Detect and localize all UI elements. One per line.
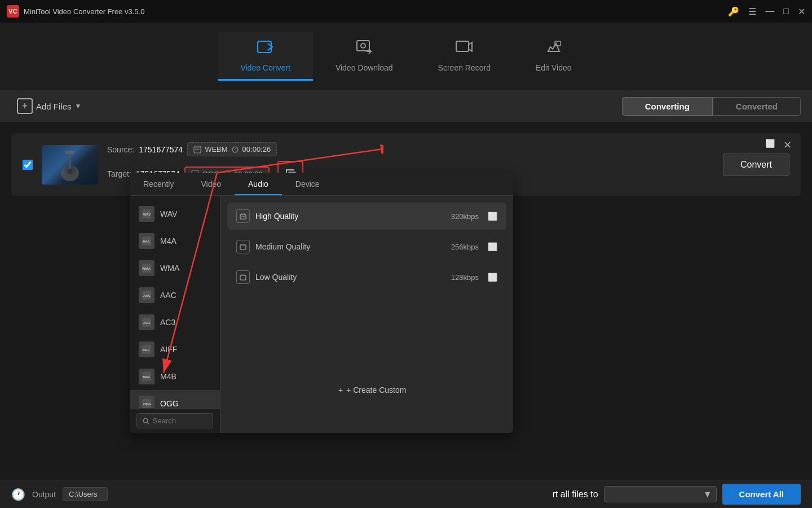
file-thumbnail bbox=[42, 145, 98, 185]
nav-screen-record[interactable]: Screen Record bbox=[416, 32, 513, 81]
svg-text:WMA: WMA bbox=[142, 267, 151, 270]
nav-bar: Video Convert Video Download Screen Reco… bbox=[0, 23, 812, 90]
converting-tab[interactable]: Converting bbox=[622, 97, 713, 116]
format-list: WAV WAV M4A M4A WMA WMA bbox=[130, 196, 220, 408]
toolbar-tabs: Converting Converted bbox=[622, 97, 801, 116]
source-label: Source: bbox=[107, 145, 134, 154]
video-download-icon bbox=[355, 39, 373, 59]
ac3-icon: AC3 bbox=[139, 314, 155, 330]
svg-text:OGG: OGG bbox=[143, 402, 151, 406]
svg-text:AIFF: AIFF bbox=[142, 348, 150, 352]
format-item-aiff[interactable]: AIFF AIFF bbox=[130, 336, 220, 363]
screen-record-icon bbox=[455, 39, 473, 59]
quality-item-medium[interactable]: Medium Quality 256kbps ⬜ bbox=[227, 233, 506, 260]
aiff-icon: AIFF bbox=[139, 341, 155, 357]
source-value: 1751677574 bbox=[139, 145, 183, 154]
edit-card-button[interactable]: ⬜ bbox=[765, 139, 775, 148]
medium-quality-icon bbox=[236, 240, 250, 253]
bottom-bar: 🕐 Output C:\Users rt all files to ▼ Conv… bbox=[0, 480, 812, 508]
high-quality-label: High Quality bbox=[255, 212, 298, 221]
wav-label: WAV bbox=[160, 209, 177, 218]
svg-rect-8 bbox=[69, 152, 71, 170]
format-item-ac3[interactable]: AC3 AC3 bbox=[130, 309, 220, 336]
add-files-dropdown-icon[interactable]: ▼ bbox=[75, 102, 82, 110]
medium-quality-label: Medium Quality bbox=[255, 242, 310, 251]
format-item-m4b[interactable]: M4B M4B bbox=[130, 363, 220, 390]
medium-quality-edit-button[interactable]: ⬜ bbox=[488, 242, 497, 251]
target-label: Target: bbox=[107, 169, 131, 178]
svg-text:WAV: WAV bbox=[143, 213, 151, 216]
m4a-label: M4A bbox=[160, 237, 176, 246]
search-box bbox=[130, 408, 220, 433]
format-list-container: WAV WAV M4A M4A WMA WMA bbox=[130, 196, 220, 433]
format-panel: Recently Video Audio Device WAV WAV bbox=[130, 173, 513, 433]
title-bar-controls[interactable]: 🔑 ☰ — □ ✕ bbox=[728, 6, 805, 17]
ac3-label: AC3 bbox=[160, 318, 175, 327]
thumbnail-image bbox=[42, 145, 98, 185]
aac-icon: AAC bbox=[139, 287, 155, 303]
svg-point-14 bbox=[232, 147, 238, 152]
m4b-label: M4B bbox=[160, 372, 176, 381]
converted-tab[interactable]: Converted bbox=[713, 97, 801, 116]
svg-text:AC3: AC3 bbox=[143, 321, 151, 325]
svg-rect-0 bbox=[258, 41, 271, 52]
search-input[interactable] bbox=[153, 417, 207, 425]
format-item-wma[interactable]: WMA WMA bbox=[130, 255, 220, 282]
convert-all-section: rt all files to ▼ Convert All bbox=[553, 484, 801, 505]
nav-video-convert[interactable]: Video Convert bbox=[218, 32, 312, 81]
output-path[interactable]: C:\Users bbox=[63, 487, 108, 501]
format-item-wav[interactable]: WAV WAV bbox=[130, 200, 220, 227]
close-button[interactable]: ✕ bbox=[798, 6, 805, 17]
low-quality-icon bbox=[236, 270, 250, 284]
format-item-m4a[interactable]: M4A M4A bbox=[130, 227, 220, 255]
high-quality-bitrate: 320kbps bbox=[451, 212, 479, 221]
low-quality-label: Low Quality bbox=[255, 273, 297, 282]
menu-icon[interactable]: ☰ bbox=[748, 6, 756, 17]
format-item-ogg[interactable]: OGG OGG bbox=[130, 390, 220, 408]
add-files-button[interactable]: + Add Files ▼ bbox=[11, 95, 87, 117]
convert-all-label: rt all files to bbox=[553, 489, 598, 500]
maximize-button[interactable]: □ bbox=[783, 6, 789, 16]
key-icon[interactable]: 🔑 bbox=[728, 6, 739, 17]
quality-item-high[interactable]: High Quality 320kbps ⬜ bbox=[227, 203, 506, 230]
format-tab-video[interactable]: Video bbox=[187, 173, 235, 195]
ogg-icon: OGG bbox=[139, 396, 155, 408]
svg-rect-39 bbox=[240, 275, 246, 280]
add-files-plus-icon: + bbox=[17, 98, 33, 114]
minimize-button[interactable]: — bbox=[765, 6, 774, 16]
main-content: Source: 1751677574 WEBM 00:00:26 Target:… bbox=[0, 122, 812, 480]
wma-label: WMA bbox=[160, 264, 179, 273]
nav-video-download-label: Video Download bbox=[336, 63, 393, 72]
format-item-aac[interactable]: AAC AAC bbox=[130, 282, 220, 309]
output-history-icon[interactable]: 🕐 bbox=[11, 488, 25, 501]
source-format-badge: WEBM 00:00:26 bbox=[187, 142, 277, 156]
ogg-label: OGG bbox=[160, 399, 179, 408]
convert-all-button[interactable]: Convert All bbox=[722, 484, 801, 505]
nav-edit-video-label: Edit Video bbox=[536, 63, 572, 72]
svg-line-35 bbox=[147, 422, 149, 424]
nav-screen-record-label: Screen Record bbox=[438, 63, 491, 72]
file-checkbox[interactable] bbox=[23, 160, 33, 170]
svg-point-34 bbox=[143, 418, 148, 423]
nav-video-download[interactable]: Video Download bbox=[313, 32, 416, 81]
output-label: Output bbox=[32, 490, 56, 499]
aiff-label: AIFF bbox=[160, 345, 177, 354]
convert-button[interactable]: Convert bbox=[723, 154, 789, 176]
wma-icon: WMA bbox=[139, 260, 155, 276]
nav-edit-video[interactable]: Edit Video bbox=[513, 32, 594, 81]
format-tab-audio[interactable]: Audio bbox=[235, 173, 282, 195]
format-tab-device[interactable]: Device bbox=[282, 173, 333, 195]
convert-all-select[interactable] bbox=[604, 486, 717, 502]
svg-text:AAC: AAC bbox=[143, 294, 151, 297]
title-bar: VC MiniTool Video Converter Free v3.5.0 … bbox=[0, 0, 812, 23]
m4a-icon: M4A bbox=[139, 233, 155, 249]
create-custom-button[interactable]: + + Create Custom bbox=[338, 386, 406, 395]
low-quality-edit-button[interactable]: ⬜ bbox=[488, 273, 497, 282]
format-tab-recently[interactable]: Recently bbox=[130, 173, 187, 195]
format-tabs: Recently Video Audio Device bbox=[130, 173, 513, 196]
high-quality-edit-button[interactable]: ⬜ bbox=[488, 212, 497, 221]
close-card-button[interactable]: ✕ bbox=[783, 139, 792, 151]
quality-list: High Quality 320kbps ⬜ Medium Quality 25… bbox=[220, 196, 513, 433]
quality-item-low[interactable]: Low Quality 128kbps ⬜ bbox=[227, 264, 506, 291]
app-logo: VC bbox=[7, 5, 19, 17]
